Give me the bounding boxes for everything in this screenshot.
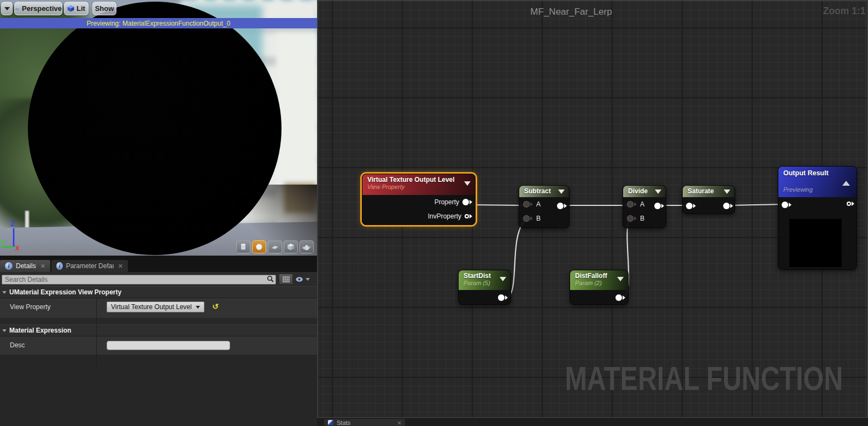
node-divide[interactable]: Divide A B bbox=[623, 185, 666, 228]
chevron-down-icon bbox=[4, 7, 10, 10]
pin-label-a: A bbox=[640, 200, 644, 208]
stats-tab-label: Stats bbox=[337, 419, 394, 426]
input-pin[interactable] bbox=[782, 202, 791, 208]
sphere-shape-button[interactable] bbox=[252, 240, 266, 253]
node-title: Virtual Texture Output Level bbox=[367, 176, 470, 184]
material-graph-canvas[interactable]: MF_Near_Far_Lerp Zoom 1:1 MATERIAL FUNCT… bbox=[317, 0, 868, 418]
axis-x-label: X bbox=[15, 245, 20, 252]
display-filter-button[interactable] bbox=[279, 274, 293, 285]
output-pin[interactable] bbox=[847, 202, 854, 206]
cube-icon bbox=[287, 243, 295, 251]
section-gap bbox=[0, 318, 317, 324]
stats-tab[interactable]: Stats ✕ bbox=[324, 419, 405, 426]
pin-label-a: A bbox=[536, 200, 541, 208]
grid-icon bbox=[283, 276, 290, 282]
node-output-result[interactable]: Output Result Previewing bbox=[778, 166, 857, 270]
node-title: DistFalloff bbox=[575, 272, 623, 280]
perspective-button[interactable]: Perspective bbox=[14, 2, 62, 15]
pin-label-b: B bbox=[640, 215, 644, 222]
wire-saturate-to-output[interactable] bbox=[729, 204, 784, 205]
tab-parameter-defaults[interactable]: i Parameter Defaults ✕ bbox=[51, 260, 128, 272]
output-pin[interactable] bbox=[557, 203, 567, 209]
details-panel: i Details ✕ i Parameter Defaults ✕ bbox=[0, 256, 317, 426]
property-output-pin[interactable] bbox=[462, 199, 472, 205]
chevron-down-icon[interactable] bbox=[500, 277, 506, 281]
search-details-input[interactable] bbox=[2, 275, 276, 285]
view-property-dropdown[interactable]: Virtual Texture Output Level bbox=[107, 301, 204, 312]
input-pin[interactable] bbox=[686, 203, 696, 209]
bottom-panel-bar: Stats ✕ bbox=[317, 418, 868, 426]
lit-button[interactable]: Lit bbox=[64, 2, 89, 15]
chevron-down-icon[interactable] bbox=[558, 190, 565, 194]
desc-label: Desc bbox=[0, 336, 96, 354]
node-subtitle: Param (2) bbox=[575, 280, 623, 286]
pin-label-invproperty: InvProperty bbox=[428, 212, 461, 220]
graph-pane: MF_Near_Far_Lerp Zoom 1:1 MATERIAL FUNCT… bbox=[317, 0, 868, 426]
eye-icon bbox=[296, 276, 304, 282]
lit-label: Lit bbox=[77, 4, 85, 13]
perspective-icon bbox=[15, 5, 20, 12]
chevron-down-icon[interactable] bbox=[617, 277, 624, 281]
node-virtual-texture-output-level[interactable]: Virtual Texture Output Level View Proper… bbox=[362, 174, 476, 225]
axis-z-label: Z bbox=[10, 220, 14, 228]
node-startdist[interactable]: StartDist Param (5) bbox=[458, 270, 511, 305]
wire-property-to-subtract-a[interactable] bbox=[469, 205, 525, 205]
left-pane: Perspective Lit Show Previewing: Materia… bbox=[0, 0, 317, 426]
cylinder-shape-button[interactable] bbox=[236, 240, 250, 253]
view-options-button[interactable] bbox=[296, 274, 310, 285]
section-header-material-expression[interactable]: Material Expression bbox=[0, 324, 317, 336]
chevron-down-icon[interactable] bbox=[464, 181, 471, 186]
input-pin-a[interactable] bbox=[627, 201, 637, 208]
view-property-row: View Property Virtual Texture Output Lev… bbox=[0, 298, 317, 318]
search-icon bbox=[267, 275, 274, 282]
preview-mesh-sphere[interactable] bbox=[28, 2, 281, 255]
input-pin-b[interactable] bbox=[523, 215, 533, 222]
axis-gizmo: Z Y X bbox=[1, 222, 28, 253]
preview-shape-buttons bbox=[236, 240, 314, 253]
chevron-down-icon[interactable] bbox=[655, 190, 661, 194]
zoom-level-label: Zoom 1:1 bbox=[823, 5, 865, 17]
tab-parameter-defaults-label: Parameter Defaults bbox=[66, 262, 114, 270]
desc-input[interactable] bbox=[107, 341, 230, 350]
teapot-shape-button[interactable] bbox=[300, 240, 314, 253]
node-title: Output Result bbox=[783, 169, 852, 177]
output-pin[interactable] bbox=[615, 294, 625, 301]
node-subtract[interactable]: Subtract A B bbox=[519, 185, 570, 228]
plane-shape-button[interactable] bbox=[268, 240, 282, 253]
close-icon[interactable]: ✕ bbox=[118, 263, 123, 270]
cube-shape-button[interactable] bbox=[284, 240, 298, 253]
view-property-label: View Property bbox=[0, 298, 96, 318]
section-title: Material Expression bbox=[9, 327, 71, 334]
node-subtitle: Previewing bbox=[783, 186, 852, 193]
chevron-down-icon bbox=[196, 306, 200, 309]
node-distfalloff[interactable]: DistFalloff Param (2) bbox=[570, 270, 629, 305]
details-tabbar: i Details ✕ i Parameter Defaults ✕ bbox=[0, 256, 317, 272]
close-icon[interactable]: ✕ bbox=[397, 420, 402, 426]
invproperty-output-pin[interactable] bbox=[465, 214, 472, 218]
viewport-options-button[interactable] bbox=[1, 2, 13, 15]
input-pin-a[interactable] bbox=[523, 201, 533, 208]
view-property-dropdown-value: Virtual Texture Output Level bbox=[111, 303, 192, 311]
output-pin[interactable] bbox=[723, 203, 733, 209]
graph-title: MF_Near_Far_Lerp bbox=[530, 7, 612, 17]
preview-viewport[interactable]: Perspective Lit Show Previewing: Materia… bbox=[0, 0, 317, 256]
tab-details[interactable]: i Details ✕ bbox=[0, 260, 50, 272]
close-icon[interactable]: ✕ bbox=[40, 263, 45, 270]
chevron-up-icon[interactable] bbox=[842, 181, 850, 186]
chevron-down-icon[interactable] bbox=[724, 190, 730, 194]
pin-label-property: Property bbox=[435, 198, 459, 206]
output-pin[interactable] bbox=[498, 294, 508, 301]
plane-icon bbox=[271, 244, 279, 250]
tab-details-label: Details bbox=[16, 262, 36, 270]
node-saturate[interactable]: Saturate bbox=[682, 185, 735, 214]
section-header-view-property[interactable]: UMaterial Expression View Property bbox=[0, 286, 317, 298]
reset-to-default-icon[interactable]: ↺ bbox=[212, 302, 219, 311]
show-button[interactable]: Show bbox=[92, 2, 116, 15]
input-pin-b[interactable] bbox=[627, 215, 637, 222]
output-pin[interactable] bbox=[654, 203, 664, 209]
viewport-toolbar: Perspective Lit Show bbox=[0, 0, 317, 17]
previewing-banner-text: Previewing: MaterialExpressionFunctionOu… bbox=[87, 20, 231, 27]
node-subtitle: View Property bbox=[367, 184, 470, 190]
parameter-defaults-info-icon: i bbox=[56, 262, 63, 270]
desc-row: Desc bbox=[0, 336, 317, 355]
